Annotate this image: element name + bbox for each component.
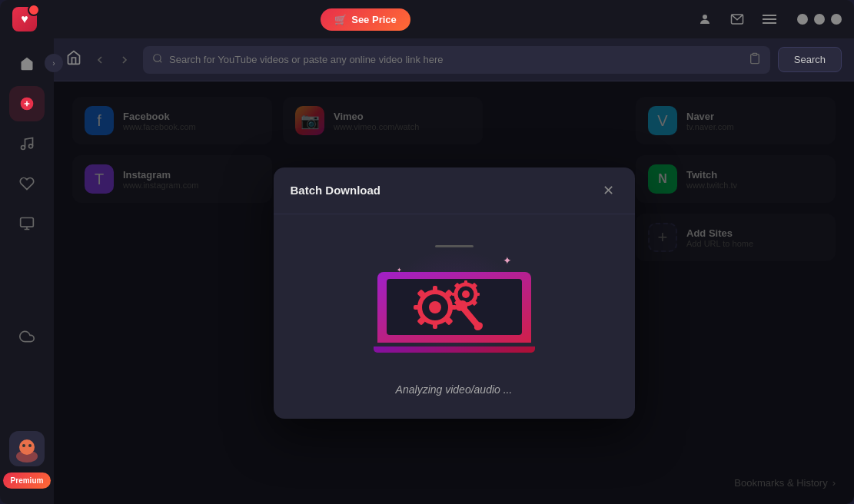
account-icon[interactable] <box>694 8 716 30</box>
modal-header: Batch Download ✕ <box>274 167 635 214</box>
forward-button[interactable] <box>114 49 135 71</box>
modal-overlay: Batch Download ✕ ✦ <box>54 81 854 504</box>
svg-point-13 <box>154 55 161 61</box>
page-content: f Facebook www.facebook.com 📷 Vimeo www.… <box>54 81 854 504</box>
titlebar-center: 🛒 See Price <box>321 8 410 31</box>
search-bar-icon <box>152 53 163 66</box>
laptop <box>377 272 531 353</box>
search-input[interactable] <box>169 54 743 65</box>
svg-point-6 <box>22 146 25 150</box>
toolbar: Search <box>54 38 854 81</box>
sidebar-item-screen[interactable] <box>9 206 45 241</box>
progress-bar <box>435 245 474 247</box>
titlebar-left: ♥ <box>12 7 37 32</box>
svg-rect-8 <box>21 218 34 227</box>
app-logo: ♥ <box>12 7 37 32</box>
batch-download-modal: Batch Download ✕ ✦ <box>274 167 635 419</box>
menu-icon[interactable] <box>759 8 780 30</box>
sidebar-item-active[interactable] <box>9 86 45 121</box>
sidebar-toggle[interactable]: › <box>45 54 63 72</box>
svg-point-12 <box>28 444 32 447</box>
svg-rect-18 <box>433 321 437 329</box>
sparkle-1: ✦ <box>503 254 512 267</box>
svg-rect-14 <box>753 53 756 55</box>
modal-illustration: ✦ ✦ <box>362 237 547 368</box>
svg-point-11 <box>22 444 25 447</box>
svg-rect-27 <box>464 280 467 286</box>
back-button[interactable] <box>89 49 111 71</box>
see-price-button[interactable]: 🛒 See Price <box>321 8 410 31</box>
svg-point-0 <box>703 15 707 19</box>
sidebar-item-audio[interactable] <box>9 126 45 161</box>
modal-body: ✦ ✦ <box>274 214 635 419</box>
svg-rect-30 <box>474 293 480 296</box>
nav-arrows <box>89 49 135 71</box>
premium-badge[interactable]: Premium <box>3 472 52 489</box>
svg-rect-29 <box>452 293 457 296</box>
svg-rect-19 <box>414 305 421 310</box>
svg-point-7 <box>29 144 33 148</box>
minimize-button[interactable]: — <box>797 14 808 25</box>
close-button[interactable]: ✕ <box>831 14 842 25</box>
search-bar <box>143 46 770 74</box>
svg-rect-17 <box>433 286 437 293</box>
main-layout: › <box>0 38 854 504</box>
titlebar: ♥ 🛒 See Price — ⊡ ✕ <box>0 0 854 38</box>
sidebar: › <box>0 38 54 504</box>
mail-icon[interactable] <box>726 8 748 30</box>
svg-point-26 <box>462 290 470 298</box>
app-window: ♥ 🛒 See Price — ⊡ ✕ <box>0 0 854 504</box>
restore-button[interactable]: ⊡ <box>814 14 825 25</box>
paste-icon[interactable] <box>749 52 761 68</box>
window-controls: — ⊡ ✕ <box>797 14 842 25</box>
svg-point-10 <box>19 439 35 455</box>
modal-close-button[interactable]: ✕ <box>600 181 618 200</box>
svg-rect-20 <box>449 305 457 310</box>
sidebar-item-cloud[interactable] <box>9 319 45 354</box>
titlebar-right: — ⊡ ✕ <box>694 8 842 30</box>
sidebar-bottom: Premium <box>3 431 52 496</box>
cart-icon: 🛒 <box>334 14 347 25</box>
content-area: Search f Facebook www.facebook.com 📷 <box>54 38 854 504</box>
sidebar-avatar <box>9 431 45 466</box>
svg-point-16 <box>429 301 441 313</box>
sidebar-item-favorites[interactable] <box>9 166 45 201</box>
home-button[interactable] <box>66 50 81 69</box>
analyzing-text: Analyzing video/audio ... <box>396 383 513 396</box>
sidebar-item-home[interactable] <box>9 46 45 81</box>
search-button[interactable]: Search <box>778 47 842 72</box>
